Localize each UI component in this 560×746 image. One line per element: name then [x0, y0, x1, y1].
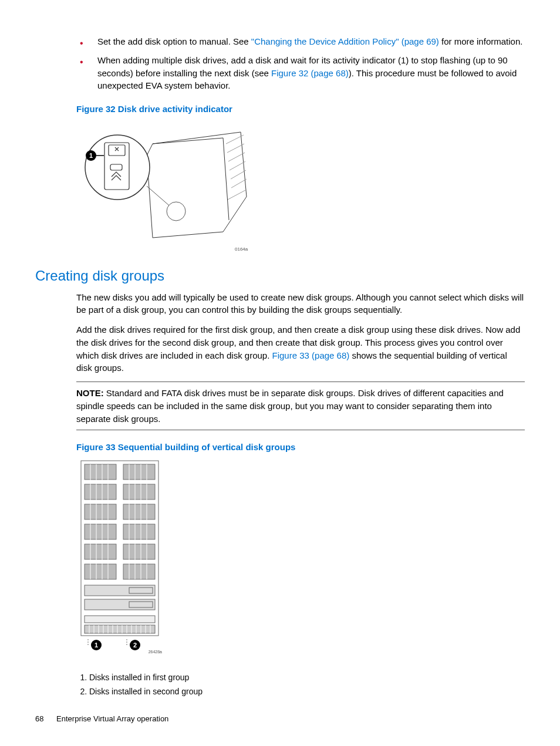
svg-rect-25 [123, 504, 155, 519]
link-device-addition-policy[interactable]: "Changing the Device Addition Policy" (p… [251, 36, 439, 46]
page-footer: 68 Enterprise Virtual Array operation [35, 714, 525, 725]
svg-line-2 [223, 138, 229, 220]
figure-33-caption: Figure 33 Sequential building of vertica… [76, 441, 525, 454]
note-block: NOTE: Standard and FATA disk drives must… [76, 382, 525, 430]
note-text: Standard and FATA disk drives must be in… [76, 388, 504, 424]
figure-32-image: 1 0164a [76, 120, 252, 255]
svg-rect-20 [85, 464, 116, 480]
svg-line-5 [228, 153, 245, 161]
svg-point-14 [167, 202, 185, 221]
figure-33-code: 26428a [149, 650, 162, 654]
bullet-item: Set the add disk option to manual. See "… [76, 35, 525, 48]
svg-text:2: 2 [133, 642, 137, 649]
bullet-text-post: for more information. [439, 36, 523, 46]
svg-line-4 [227, 144, 244, 153]
svg-text:1: 1 [95, 642, 98, 649]
legend-item: Disks installed in second group [89, 686, 525, 697]
bullet-item: When adding multiple disk drives, add a … [76, 54, 525, 92]
link-figure-33[interactable]: Figure 33 (page 68) [272, 350, 350, 360]
svg-rect-31 [123, 564, 155, 579]
svg-rect-21 [123, 464, 155, 480]
footer-title: Enterprise Virtual Array operation [56, 714, 168, 723]
svg-marker-0 [147, 132, 247, 238]
section-heading-creating-disk-groups: Creating disk groups [35, 266, 525, 286]
legend-item: Disks installed in first group [89, 671, 525, 683]
link-figure-32[interactable]: Figure 32 (page 68) [271, 68, 349, 78]
note-label: NOTE: [76, 388, 104, 398]
bullet-list: Set the add disk option to manual. See "… [76, 35, 525, 92]
svg-line-9 [228, 190, 247, 200]
svg-rect-26 [85, 524, 116, 539]
page-number: 68 [35, 714, 43, 725]
svg-rect-30 [85, 564, 116, 579]
svg-rect-45 [85, 625, 155, 633]
figure-33-legend: Disks installed in first group Disks ins… [89, 671, 525, 698]
svg-rect-41 [85, 599, 155, 610]
svg-rect-24 [85, 504, 116, 519]
svg-rect-44 [85, 616, 155, 623]
svg-text:1: 1 [89, 152, 93, 159]
figure-32-caption: Figure 32 Disk drive activity indicator [76, 103, 525, 116]
svg-rect-23 [123, 484, 155, 499]
svg-line-3 [226, 135, 244, 144]
figure-33-image: 1 2 26428a [76, 458, 164, 655]
svg-rect-40 [85, 585, 155, 596]
bullet-text-pre: Set the add disk option to manual. See [97, 36, 251, 46]
figure-32-code: 0164a [235, 247, 248, 252]
paragraph: The new disks you add will typically be … [76, 291, 525, 317]
svg-rect-27 [123, 524, 155, 539]
svg-rect-28 [85, 544, 116, 559]
svg-rect-22 [85, 484, 116, 499]
svg-line-8 [231, 179, 247, 188]
svg-line-6 [230, 161, 245, 170]
svg-line-7 [231, 170, 246, 179]
svg-rect-29 [123, 544, 155, 559]
paragraph: Add the disk drives required for the fir… [76, 323, 525, 374]
